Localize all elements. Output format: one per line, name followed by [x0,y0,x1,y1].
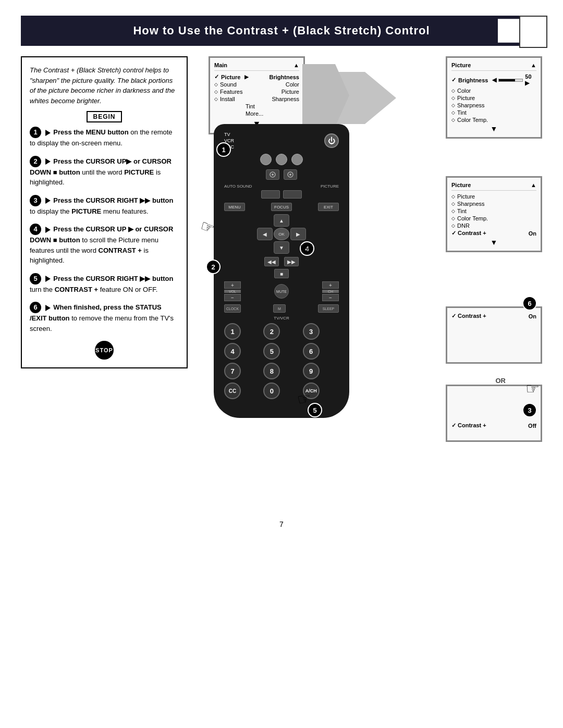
power-button[interactable]: ⏻ [324,133,339,148]
ff-btn[interactable]: ▶▶ [284,257,299,266]
nav-left-btn[interactable]: ◀ [257,228,273,240]
step-3-num: 3 [30,195,41,206]
ch-down-btn[interactable]: − [322,294,339,301]
step-badge-3: 3 [522,403,537,417]
hand-left-2: ☞ [298,238,315,258]
exit-button[interactable]: EXIT [318,203,339,211]
picture-btn[interactable] [283,190,302,199]
intro-text: The Contrast + (Black Stretch) control h… [30,65,179,106]
nav-ok-btn[interactable]: OK [274,228,289,240]
begin-badge: BEGIN [30,112,179,120]
svg-point-3 [272,174,274,176]
stop-transport-btn[interactable]: ■ [274,269,289,278]
step-4-num: 4 [30,224,41,235]
stop-badge: STOP [30,341,179,360]
step-6-num: 6 [30,302,41,313]
or-divider: OR [496,377,506,385]
hand-left-3: ☞ [296,389,313,409]
step-2-num: 2 [30,156,41,167]
sleep-btn[interactable]: SLEEP [318,304,339,313]
step-5: 5 Press the CURSOR RIGHT ▶▶ button turn … [30,273,179,295]
intro-box: The Contrast + (Black Stretch) control h… [21,56,188,368]
vol-up-btn[interactable]: + [224,281,241,289]
header-title: How to Use the Contrast + (Black Stretch… [133,24,430,37]
step-5-num: 5 [30,273,41,285]
rew-btn[interactable]: ◀◀ [264,257,279,266]
mute-btn[interactable]: MUTE [274,284,289,299]
vol-down-btn[interactable]: − [224,294,241,301]
m-btn[interactable]: M [273,304,286,313]
step-badge-1: 1 [216,142,231,157]
btn-9[interactable]: 9 [303,363,320,379]
step-1-num: 1 [30,127,41,138]
nav-right-btn[interactable]: ▶ [290,228,306,240]
step-6: 6 When finished, press the STATUS /EXIT … [30,302,179,334]
step-3: 3 Press the CURSOR RIGHT ▶▶ button to di… [30,195,179,217]
remote-body: TV VCR ACC ⏻ [214,124,349,418]
btn-5[interactable]: 5 [263,343,280,360]
clock-btn[interactable]: CLOCK [224,304,241,313]
btn-0[interactable]: 0 [263,382,280,399]
step-1: 1 Press the MENU button on the remote to… [30,127,179,149]
contrast-menu-screen-1: Picture ▲ ◇Picture ◇Sharpness ◇Tint ◇Col… [446,176,542,252]
btn-2[interactable]: 2 [263,323,280,340]
ch-up-btn[interactable]: + [322,281,339,289]
btn-cc[interactable]: CC [224,382,241,399]
btn-6[interactable]: 6 [303,343,320,360]
main-menu-screen: Main ▲ ✓ Picture ▶ Brightness ◇ Sound Co… [209,56,305,134]
tvcvr-label: TV/VCR [224,316,339,320]
svg-point-5 [289,174,291,176]
nav-up-btn[interactable]: ▲ [274,214,289,227]
hand-right-1: ☜ [525,379,540,398]
step-badge-2: 2 [206,260,221,274]
step-2: 2 Press the CURSOR UP▶ or CURSOR DOWN ■ … [30,156,179,188]
btn-8[interactable]: 8 [263,363,280,379]
nav-down-btn[interactable]: ▼ [274,241,289,254]
page-number: 7 [0,520,563,539]
btn-3[interactable]: 3 [303,323,320,340]
btn-7[interactable]: 7 [224,363,241,379]
auto-sound-btn[interactable] [261,190,280,199]
step-4: 4 Press the CURSOR UP ▶ or CURSOR DOWN ■… [30,224,179,266]
menu-button[interactable]: MENU [224,203,245,211]
picture-menu-screen: Picture ▲ ✓ Brightness ◀ 50 ▶ ◇Color ◇Pi… [446,56,542,139]
btn-1[interactable]: 1 [224,323,241,340]
contrast-menu-screen-2: ✓ Contrast + On [446,306,542,364]
focus-button[interactable]: FOCUS [271,203,292,211]
page-header: How to Use the Contrast + (Black Stretch… [21,16,542,46]
source-btn-2[interactable] [284,169,297,180]
remote-control: TV VCR ACC ⏻ [214,124,349,418]
step-badge-6: 6 [522,296,537,311]
source-btn-1[interactable] [266,169,279,180]
diagram-area: Main ▲ ✓ Picture ▶ Brightness ◇ Sound Co… [198,56,542,510]
btn-4[interactable]: 4 [224,343,241,360]
